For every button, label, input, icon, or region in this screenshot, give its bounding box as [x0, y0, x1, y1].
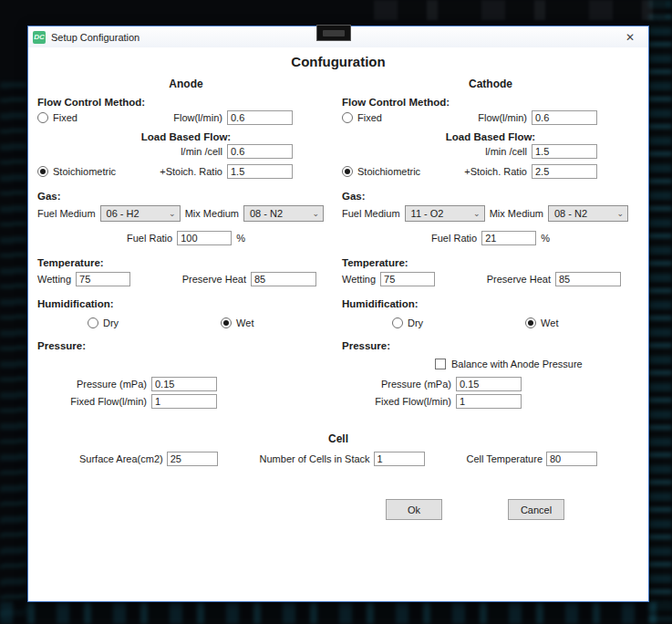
- cathode-fuel-ratio-row: Fuel Ratio %: [342, 231, 639, 245]
- anode-pressure-field-label: Pressure (mPa): [37, 379, 147, 390]
- cell-row: Surface Area(cm2) Number of Cells in Sta…: [36, 452, 641, 466]
- overlay-widget-handle: [323, 30, 345, 36]
- cathode-fixed-radio[interactable]: Fixed: [342, 112, 382, 123]
- anode-load-based-label: Load Based Flow:: [37, 131, 335, 142]
- anode-humidification-row: Dry Wet: [37, 317, 335, 328]
- cathode-fixed-flow-input[interactable]: [456, 394, 522, 409]
- anode-flow-control-label: Flow Control Method:: [37, 97, 335, 108]
- cell-temperature-input[interactable]: [546, 452, 597, 466]
- chevron-down-icon: ⌄: [616, 210, 624, 218]
- balance-with-anode-checkbox[interactable]: Balance with Anode Pressure: [435, 359, 583, 369]
- anode-fixed-flow-input[interactable]: [151, 394, 217, 409]
- cathode-fixed-flow-label: Fixed Flow(l/min): [342, 396, 451, 407]
- screen-overlay-widget[interactable]: [316, 25, 351, 41]
- anode-fuel-medium-select[interactable]: 06 - H2 ⌄: [100, 205, 181, 222]
- cathode-stoich-row: Stoichiometric +Stoich. Ratio: [342, 164, 639, 179]
- cathode-flow-input[interactable]: [532, 110, 597, 125]
- cathode-per-cell-row: l/min /cell: [342, 144, 639, 159]
- anode-header: Anode: [37, 78, 335, 90]
- anode-per-cell-input[interactable]: [227, 144, 293, 159]
- anode-temperature-row: Wetting Preserve Heat: [37, 272, 335, 286]
- anode-fuel-ratio-row: Fuel Ratio %: [37, 231, 335, 245]
- cell-temperature-label: Cell Temperature: [466, 453, 543, 464]
- button-row: Ok Cancel: [36, 499, 641, 520]
- cathode-fuel-ratio-unit: %: [541, 233, 550, 244]
- surface-area-label: Surface Area(cm2): [79, 453, 163, 464]
- cathode-dry-radio[interactable]: Dry: [392, 317, 423, 328]
- dialog-content: Confuguration Anode Flow Control Method:…: [28, 47, 648, 520]
- radio-icon: [37, 112, 48, 123]
- cathode-flow-control-label: Flow Control Method:: [342, 97, 639, 108]
- app-icon: DC: [33, 31, 46, 44]
- anode-stoich-ratio-label: +Stoich. Ratio: [160, 166, 222, 177]
- cathode-stoich-ratio-input[interactable]: [532, 164, 597, 179]
- anode-fixed-radio[interactable]: Fixed: [37, 112, 78, 123]
- radio-icon: [88, 317, 98, 328]
- anode-panel: Anode Flow Control Method: Fixed Flow(l/…: [36, 71, 336, 411]
- cathode-temperature-label: Temperature:: [342, 257, 639, 268]
- anode-per-cell-label: l/min /cell: [181, 146, 222, 157]
- cathode-fuel-medium-select[interactable]: 11 - O2 ⌄: [405, 205, 485, 222]
- cathode-wet-radio[interactable]: Wet: [525, 317, 558, 328]
- form-title: Confuguration: [36, 54, 641, 69]
- anode-flow-input[interactable]: [227, 110, 293, 125]
- anode-mix-medium-value: 08 - N2: [250, 208, 283, 219]
- cathode-mix-medium-select[interactable]: 08 - N2 ⌄: [548, 205, 628, 222]
- cell-header: Cell: [36, 432, 641, 445]
- cancel-button[interactable]: Cancel: [508, 499, 564, 520]
- cathode-header: Cathode: [342, 78, 639, 90]
- background-wallpaper-left: [0, 82, 27, 624]
- cathode-mix-medium-value: 08 - N2: [554, 208, 587, 219]
- cathode-pressure-row: Pressure (mPa): [342, 377, 639, 391]
- anode-wet-radio[interactable]: Wet: [221, 317, 253, 328]
- radio-icon: [392, 317, 403, 328]
- anode-wetting-input[interactable]: [76, 272, 130, 286]
- anode-stoichiometric-radio[interactable]: Stoichiometric: [37, 166, 116, 177]
- anode-fixed-label: Fixed: [53, 112, 78, 123]
- cathode-pressure-input[interactable]: [456, 377, 522, 391]
- cathode-wetting-label: Wetting: [342, 274, 376, 285]
- anode-fixed-flow-label: Fixed Flow(l/min): [37, 396, 147, 407]
- chevron-down-icon: ⌄: [473, 210, 481, 218]
- radio-icon: [221, 317, 232, 328]
- anode-fuel-ratio-input[interactable]: [177, 231, 232, 245]
- setup-configuration-window: DC Setup Configuration ✕ Confuguration A…: [27, 26, 649, 602]
- cathode-dry-label: Dry: [408, 317, 423, 328]
- anode-medium-row: Fuel Medium 06 - H2 ⌄ Mix Medium 08 - N2…: [37, 205, 335, 222]
- anode-stoichiometric-label: Stoichiometric: [53, 166, 116, 177]
- background-wallpaper-top: [374, 0, 666, 20]
- anode-flow-label: Flow(l/min): [173, 112, 222, 123]
- cathode-preserve-heat-input[interactable]: [555, 272, 621, 286]
- cathode-balance-row: Balance with Anode Pressure: [342, 356, 639, 372]
- cells-in-stack-input[interactable]: [374, 452, 425, 466]
- cathode-fixed-flow-row: Fixed Flow(l/min): [342, 394, 639, 409]
- checkbox-icon: [435, 359, 446, 369]
- cathode-wetting-input[interactable]: [380, 272, 435, 286]
- surface-area-input[interactable]: [167, 452, 218, 466]
- radio-icon: [525, 317, 536, 328]
- cathode-fuel-ratio-input[interactable]: [481, 231, 536, 245]
- anode-pressure-label: Pressure:: [37, 340, 335, 351]
- radio-icon: [37, 166, 48, 177]
- background-wallpaper-right: [648, 0, 672, 624]
- anode-stoich-ratio-input[interactable]: [227, 164, 293, 179]
- anode-mix-medium-select[interactable]: 08 - N2 ⌄: [243, 205, 324, 222]
- anode-mix-medium-label: Mix Medium: [185, 208, 239, 219]
- cathode-stoichiometric-radio[interactable]: Stoichiometric: [342, 166, 420, 177]
- cathode-preserve-heat-label: Preserve Heat: [487, 274, 551, 285]
- cathode-gas-label: Gas:: [342, 191, 639, 202]
- anode-pressure-spacer: [37, 356, 335, 372]
- anode-dry-radio[interactable]: Dry: [88, 317, 119, 328]
- anode-preserve-heat-input[interactable]: [251, 272, 316, 286]
- columns: Anode Flow Control Method: Fixed Flow(l/…: [36, 71, 641, 411]
- cathode-wet-label: Wet: [541, 317, 558, 328]
- anode-per-cell-row: l/min /cell: [37, 144, 335, 159]
- anode-pressure-input[interactable]: [151, 377, 217, 391]
- cathode-flow-label: Flow(l/min): [478, 112, 527, 123]
- cathode-pressure-field-label: Pressure (mPa): [342, 379, 451, 390]
- anode-pressure-row: Pressure (mPa): [37, 377, 335, 391]
- cathode-per-cell-input[interactable]: [532, 144, 597, 159]
- close-icon[interactable]: ✕: [616, 27, 644, 47]
- cathode-humidification-label: Humidification:: [342, 298, 639, 309]
- ok-button[interactable]: Ok: [386, 499, 442, 520]
